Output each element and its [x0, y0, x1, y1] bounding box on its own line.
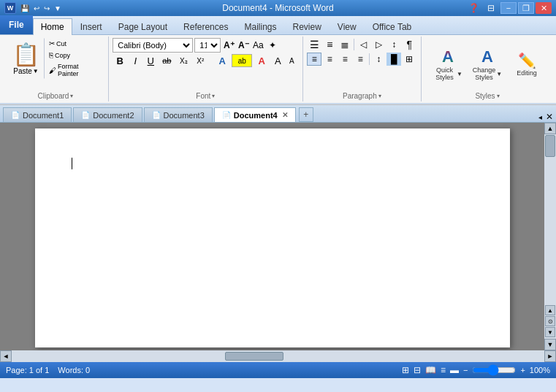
superscript-button[interactable]: X²: [192, 54, 208, 67]
tab-insert[interactable]: Insert: [72, 18, 110, 35]
view-layout-button[interactable]: ⊞: [402, 365, 409, 375]
horizontal-scrollbar[interactable]: ◄ ►: [0, 350, 556, 362]
quick-styles-button[interactable]: A Quick Styles ▼: [430, 45, 466, 83]
change-styles-dropdown[interactable]: ▼: [496, 71, 502, 77]
subscript-button[interactable]: X₂: [175, 54, 191, 67]
undo-qat-button[interactable]: ↩: [32, 4, 41, 13]
add-tab-button[interactable]: +: [299, 107, 313, 122]
save-qat-button[interactable]: 💾: [19, 4, 31, 13]
view-fullscreen-button[interactable]: ⊟: [414, 365, 421, 375]
close-button[interactable]: ✕: [536, 2, 552, 14]
decrease-indent-button[interactable]: ◁: [356, 38, 370, 51]
font-size-inc-button[interactable]: A: [271, 54, 284, 67]
scroll-down-button[interactable]: ▼: [544, 339, 556, 350]
hscroll-thumb[interactable]: [225, 352, 283, 361]
styles-label: Styles ▾: [426, 92, 549, 100]
minimize-button[interactable]: −: [500, 2, 517, 14]
zoom-slider[interactable]: [472, 367, 516, 373]
page-up-button[interactable]: ▲: [545, 305, 555, 315]
tab-office-tab[interactable]: Office Tab: [365, 18, 420, 35]
align-left-button[interactable]: ≡: [307, 53, 321, 66]
underline-button[interactable]: U: [143, 54, 158, 67]
zoom-out-button[interactable]: −: [463, 366, 468, 374]
page-info: Page: 1 of 1: [6, 366, 49, 374]
numbering-button[interactable]: ≡: [322, 38, 337, 51]
font-name-select[interactable]: Calibri (Body): [113, 38, 193, 53]
tab-review[interactable]: Review: [284, 18, 329, 35]
shading-button[interactable]: █: [386, 53, 401, 66]
view-reading-button[interactable]: 📖: [425, 365, 436, 375]
font-color-button[interactable]: A: [253, 54, 270, 67]
strikethrough-button[interactable]: ab: [159, 54, 175, 67]
hscroll-track[interactable]: [12, 352, 544, 361]
main-area: ▲ ▲ ⊙ ▼ ▼ ◄ ►: [0, 123, 556, 362]
document-page[interactable]: [35, 128, 510, 347]
change-styles-label: Change Styles: [473, 66, 496, 81]
italic-button[interactable]: I: [128, 54, 142, 67]
paragraph-label: Paragraph ▾: [308, 92, 416, 100]
font-expand-button[interactable]: ▾: [212, 93, 215, 99]
redo-qat-button[interactable]: ↪: [42, 4, 51, 13]
show-formatting-button[interactable]: ¶: [402, 38, 416, 51]
vertical-scrollbar[interactable]: ▲ ▲ ⊙ ▼ ▼: [544, 123, 556, 350]
ribbon-collapse-button[interactable]: ⊟: [483, 2, 499, 14]
scroll-track[interactable]: [545, 135, 555, 304]
tab-home[interactable]: Home: [33, 18, 72, 35]
hscroll-left-button[interactable]: ◄: [0, 350, 12, 362]
quick-styles-dropdown[interactable]: ▼: [457, 71, 462, 77]
tab-references[interactable]: References: [175, 18, 236, 35]
clear-formatting-button[interactable]: ✦: [266, 39, 279, 52]
borders-button[interactable]: ⊞: [402, 53, 416, 66]
page-down-button[interactable]: ▼: [545, 327, 555, 337]
help-button[interactable]: ❓: [465, 2, 481, 14]
grow-font-button[interactable]: A⁺: [222, 39, 235, 52]
text-highlight-button[interactable]: ab: [232, 54, 252, 67]
multilevel-list-button[interactable]: ≣: [338, 38, 352, 51]
document-area[interactable]: [0, 123, 544, 350]
font-size-select[interactable]: 11: [194, 38, 221, 53]
line-spacing-button[interactable]: ↕: [371, 53, 386, 66]
shrink-font-button[interactable]: A⁻: [237, 39, 250, 52]
paste-dropdown-arrow[interactable]: ▼: [33, 68, 39, 74]
paste-button[interactable]: 📋 Paste ▼: [7, 38, 45, 79]
styles-expand-button[interactable]: ▾: [497, 93, 500, 99]
editing-button[interactable]: ✏️ Editing: [509, 50, 545, 79]
copy-button[interactable]: ⎘ Copy: [46, 50, 104, 61]
increase-indent-button[interactable]: ▷: [371, 38, 386, 51]
bold-button[interactable]: B: [113, 54, 127, 67]
tab-page-layout[interactable]: Page Layout: [110, 18, 175, 35]
qat-dropdown-button[interactable]: ▼: [53, 4, 63, 13]
tab-document3[interactable]: 📄 Document3: [144, 107, 213, 122]
change-case-button[interactable]: Aa: [251, 39, 264, 52]
align-right-button[interactable]: ≡: [338, 53, 352, 66]
paragraph-group-content: ☰ ≡ ≣ ◁ ▷ ↕ ¶ ≡ ≡ ≡ ≡ ↕ █ ⊞: [307, 38, 416, 91]
restore-button[interactable]: ❐: [518, 2, 534, 14]
tab-mailings[interactable]: Mailings: [236, 18, 284, 35]
scroll-thumb[interactable]: [545, 135, 555, 157]
clipboard-expand-button[interactable]: ▾: [70, 93, 73, 99]
bullets-button[interactable]: ☰: [307, 38, 321, 51]
tab-close-doc4[interactable]: ✕: [282, 111, 288, 119]
view-outline-button[interactable]: ≡: [441, 365, 446, 375]
cut-button[interactable]: ✂ Cut: [46, 38, 104, 49]
format-painter-button[interactable]: 🖌 Format Painter: [46, 61, 104, 79]
tab-document1[interactable]: 📄 Document1: [3, 107, 72, 122]
sort-button[interactable]: ↕: [386, 38, 401, 51]
tab-file[interactable]: File: [0, 15, 33, 34]
tab-view[interactable]: View: [330, 18, 365, 35]
hscroll-right-button[interactable]: ►: [544, 350, 556, 362]
scroll-up-button[interactable]: ▲: [544, 123, 556, 134]
paragraph-expand-button[interactable]: ▾: [378, 93, 381, 99]
font-size-dec-button[interactable]: A: [285, 54, 298, 67]
close-all-tabs-button[interactable]: ✕: [546, 112, 553, 122]
tab-document2[interactable]: 📄 Document2: [73, 107, 142, 122]
tabs-scroll-left[interactable]: ◂: [536, 112, 544, 122]
tab-document4[interactable]: 📄 Document4 ✕: [214, 107, 296, 122]
zoom-in-button[interactable]: +: [520, 366, 525, 374]
justify-button[interactable]: ≡: [353, 53, 368, 66]
align-center-button[interactable]: ≡: [322, 53, 337, 66]
select-browse-button[interactable]: ⊙: [545, 316, 555, 326]
change-styles-button[interactable]: A Change Styles ▼: [469, 45, 506, 83]
view-draft-button[interactable]: ▬: [450, 365, 459, 375]
text-effects-button[interactable]: A: [213, 54, 231, 67]
